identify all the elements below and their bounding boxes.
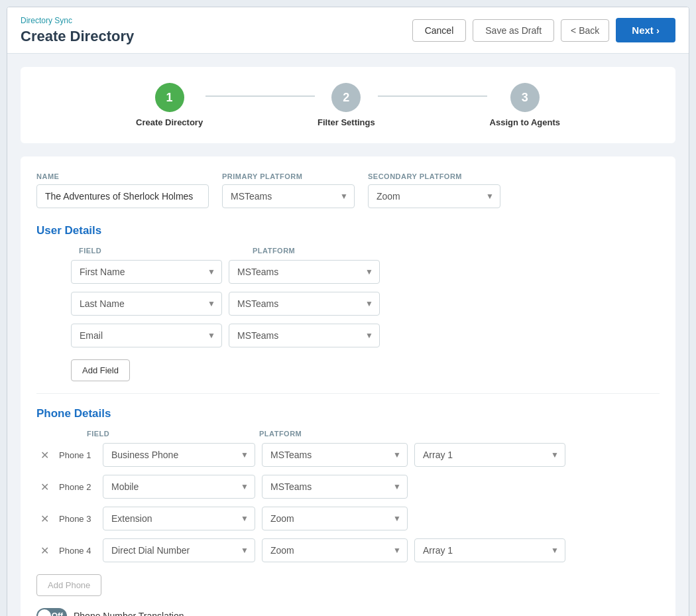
phone-translation-label: Phone Number Translation — [74, 611, 184, 616]
remove-phone-2-button[interactable]: ✕ — [36, 479, 52, 495]
secondary-platform-wrapper: Zoom MSTeams ▼ — [368, 184, 500, 208]
secondary-platform-select[interactable]: Zoom MSTeams — [368, 184, 500, 208]
stepper-inner: 1 Create Directory 2 Filter Settings 3 — [136, 83, 560, 127]
page-title: Create Directory — [21, 28, 134, 45]
user-details-header: FIELD PLATFORM — [36, 247, 660, 255]
step-2-label: Filter Settings — [318, 117, 375, 127]
step-1-circle: 1 — [155, 83, 184, 112]
stepper: 1 Create Directory 2 Filter Settings 3 — [21, 67, 675, 143]
remove-phone-3-button[interactable]: ✕ — [36, 511, 52, 526]
connector-1-2 — [205, 95, 315, 97]
phone-details-title: Phone Details — [36, 407, 660, 420]
user-field-2-wrapper: Last NameFirst NameEmail ▼ — [71, 292, 222, 316]
secondary-platform-label: SECONDARY PLATFORM — [368, 172, 500, 180]
phone-row-2: ✕ Phone 2 MobileBusiness PhoneExtensionD… — [36, 475, 660, 499]
step-3: 3 Assign to Agents — [490, 83, 560, 127]
name-group: NAME — [36, 172, 209, 208]
phone-1-platform-select[interactable]: MSTeamsZoom — [262, 443, 408, 467]
step-1-label: Create Directory — [136, 117, 203, 127]
phone-4-label: Phone 4 — [59, 546, 96, 556]
phone-3-platform-select[interactable]: ZoomMSTeams — [262, 507, 408, 530]
phone-field-col-label: FIELD — [87, 430, 246, 438]
step-1: 1 Create Directory — [136, 83, 203, 127]
remove-phone-4-button[interactable]: ✕ — [36, 542, 52, 558]
user-details-title: User Details — [36, 224, 660, 237]
user-platform-3-select[interactable]: MSTeamsZoom — [229, 324, 380, 347]
user-platform-col-label: PLATFORM — [253, 247, 412, 255]
user-platform-2-select[interactable]: MSTeamsZoom — [229, 292, 380, 316]
step-2-circle: 2 — [331, 83, 361, 112]
primary-platform-group: PRIMARY PLATFORM MSTeams Zoom ▼ — [222, 172, 355, 208]
header: Directory Sync Create Directory Cancel S… — [7, 7, 689, 54]
phone-3-field-wrapper: ExtensionBusiness PhoneMobileDirect Dial… — [103, 507, 255, 530]
user-platform-3-wrapper: MSTeamsZoom ▼ — [229, 324, 380, 347]
phone-3-label: Phone 3 — [59, 514, 96, 524]
phone-2-platform-wrapper: MSTeamsZoom ▼ — [262, 475, 408, 499]
user-field-3-wrapper: EmailFirst NameLast Name ▼ — [71, 324, 222, 347]
toggle-off-label: Off — [52, 611, 63, 616]
toggle-row: Off Phone Number Translation — [36, 608, 660, 616]
user-platform-1-select[interactable]: MSTeamsZoom — [229, 260, 380, 284]
phone-1-field-select[interactable]: Business PhoneMobileExtensionDirect Dial… — [103, 443, 255, 467]
phone-1-array-select[interactable]: Array 1Array 2 — [414, 443, 565, 467]
phone-4-field-wrapper: Direct Dial NumberBusiness PhoneMobileEx… — [103, 538, 255, 562]
phone-4-field-select[interactable]: Direct Dial NumberBusiness PhoneMobileEx… — [103, 538, 255, 562]
phone-details-header: FIELD PLATFORM — [36, 430, 660, 438]
user-field-1-select[interactable]: First NameLast NameEmail — [71, 260, 222, 284]
remove-phone-1-button[interactable]: ✕ — [36, 447, 52, 463]
phone-3-platform-wrapper: ZoomMSTeams ▼ — [262, 507, 408, 530]
connector-2-3 — [378, 95, 487, 97]
form-panel: NAME PRIMARY PLATFORM MSTeams Zoom ▼ SEC… — [21, 156, 675, 616]
top-fields: NAME PRIMARY PLATFORM MSTeams Zoom ▼ SEC… — [36, 172, 660, 208]
phone-2-platform-select[interactable]: MSTeamsZoom — [262, 475, 408, 499]
header-left: Directory Sync Create Directory — [21, 16, 134, 45]
user-field-2-select[interactable]: Last NameFirst NameEmail — [71, 292, 222, 316]
name-input[interactable] — [36, 184, 209, 208]
user-field-3-select[interactable]: EmailFirst NameLast Name — [71, 324, 222, 347]
phone-1-array-wrapper: Array 1Array 2 ▼ — [414, 443, 565, 467]
phone-row-4: ✕ Phone 4 Direct Dial NumberBusiness Pho… — [36, 538, 660, 562]
secondary-platform-group: SECONDARY PLATFORM Zoom MSTeams ▼ — [368, 172, 500, 208]
user-field-row-1: First NameLast NameEmail ▼ MSTeamsZoom ▼ — [71, 260, 660, 284]
phone-2-field-wrapper: MobileBusiness PhoneExtensionDirect Dial… — [103, 475, 255, 499]
phone-3-field-select[interactable]: ExtensionBusiness PhoneMobileDirect Dial… — [103, 507, 255, 530]
user-platform-2-wrapper: MSTeamsZoom ▼ — [229, 292, 380, 316]
toggle-knob — [38, 609, 51, 616]
cancel-button[interactable]: Cancel — [412, 19, 467, 42]
phone-4-array-wrapper: Array 1Array 2 ▼ — [414, 538, 565, 562]
phone-4-platform-select[interactable]: ZoomMSTeams — [262, 538, 408, 562]
step-3-circle: 3 — [510, 83, 540, 112]
user-field-row-2: Last NameFirst NameEmail ▼ MSTeamsZoom ▼ — [71, 292, 660, 316]
phone-1-platform-wrapper: MSTeamsZoom ▼ — [262, 443, 408, 467]
main-window: Directory Sync Create Directory Cancel S… — [7, 7, 689, 616]
phone-translation-toggle[interactable]: Off — [36, 608, 67, 616]
add-phone-button[interactable]: Add Phone — [36, 574, 101, 596]
step-3-label: Assign to Agents — [490, 117, 560, 127]
name-label: NAME — [36, 172, 209, 180]
next-button[interactable]: Next › — [616, 18, 675, 42]
add-field-button[interactable]: Add Field — [71, 359, 130, 381]
content: 1 Create Directory 2 Filter Settings 3 — [7, 54, 689, 616]
phone-details-section: Phone Details FIELD PLATFORM ✕ Phone 1 B… — [36, 407, 660, 596]
phone-2-field-select[interactable]: MobileBusiness PhoneExtensionDirect Dial… — [103, 475, 255, 499]
phone-4-array-select[interactable]: Array 1Array 2 — [414, 538, 565, 562]
phone-row-3: ✕ Phone 3 ExtensionBusiness PhoneMobileD… — [36, 507, 660, 530]
user-platform-1-wrapper: MSTeamsZoom ▼ — [229, 260, 380, 284]
phone-2-label: Phone 2 — [59, 482, 96, 492]
primary-platform-select[interactable]: MSTeams Zoom — [222, 184, 355, 208]
phone-4-platform-wrapper: ZoomMSTeams ▼ — [262, 538, 408, 562]
step-2: 2 Filter Settings — [318, 83, 375, 127]
phone-platform-col-label: PLATFORM — [259, 430, 302, 438]
breadcrumb: Directory Sync — [21, 16, 134, 25]
phone-row-1: ✕ Phone 1 Business PhoneMobileExtensionD… — [36, 443, 660, 467]
phone-1-field-wrapper: Business PhoneMobileExtensionDirect Dial… — [103, 443, 255, 467]
back-button[interactable]: < Back — [561, 19, 609, 42]
primary-platform-label: PRIMARY PLATFORM — [222, 172, 355, 180]
header-actions: Cancel Save as Draft < Back Next › — [412, 18, 675, 42]
divider-1 — [36, 393, 660, 394]
primary-platform-wrapper: MSTeams Zoom ▼ — [222, 184, 355, 208]
user-field-row-3: EmailFirst NameLast Name ▼ MSTeamsZoom ▼ — [71, 324, 660, 347]
user-field-col-label: FIELD — [79, 247, 239, 255]
save-draft-button[interactable]: Save as Draft — [473, 19, 554, 42]
user-field-1-wrapper: First NameLast NameEmail ▼ — [71, 260, 222, 284]
